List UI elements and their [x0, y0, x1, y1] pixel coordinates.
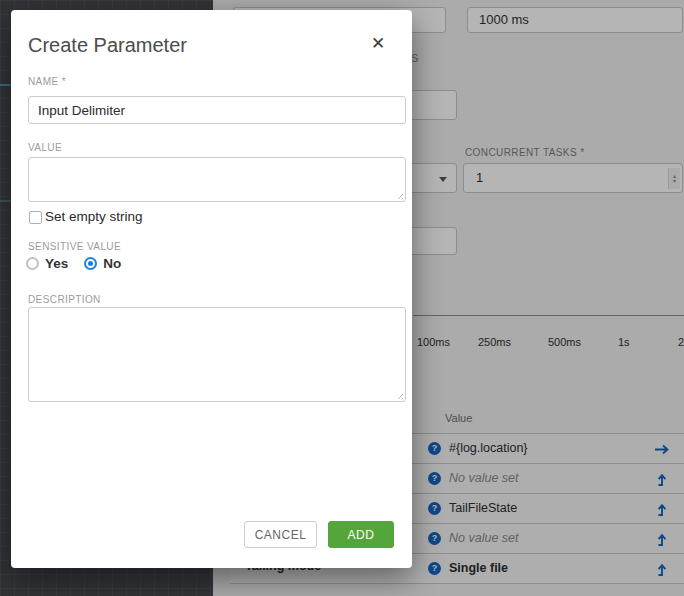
resize-grip-icon[interactable]	[394, 390, 403, 399]
add-button[interactable]: ADD	[328, 521, 394, 548]
radio-label: Yes	[45, 256, 68, 271]
sensitive-value-label: SENSITIVE VALUE	[28, 241, 121, 252]
description-label: DESCRIPTION	[28, 294, 101, 305]
sensitive-no-radio[interactable]: No	[84, 256, 121, 271]
radio-icon[interactable]	[84, 257, 97, 270]
cancel-button[interactable]: CANCEL	[244, 521, 317, 548]
empty-string-label: Set empty string	[45, 209, 143, 224]
radio-label: No	[103, 256, 121, 271]
value-textarea[interactable]	[28, 157, 406, 202]
sensitive-radio-group: YesNo	[26, 256, 137, 271]
resize-grip-icon[interactable]	[394, 190, 403, 199]
sensitive-yes-radio[interactable]: Yes	[26, 256, 68, 271]
radio-icon[interactable]	[26, 257, 39, 270]
empty-string-checkbox[interactable]	[29, 211, 42, 224]
create-parameter-dialog: Create Parameter ✕ NAME * VALUE Set empt…	[11, 10, 412, 568]
dialog-title: Create Parameter	[28, 34, 187, 57]
name-input[interactable]	[28, 96, 406, 124]
close-icon[interactable]: ✕	[371, 34, 385, 54]
value-label: VALUE	[28, 142, 62, 153]
description-textarea[interactable]	[28, 307, 406, 402]
name-label: NAME *	[28, 76, 66, 87]
